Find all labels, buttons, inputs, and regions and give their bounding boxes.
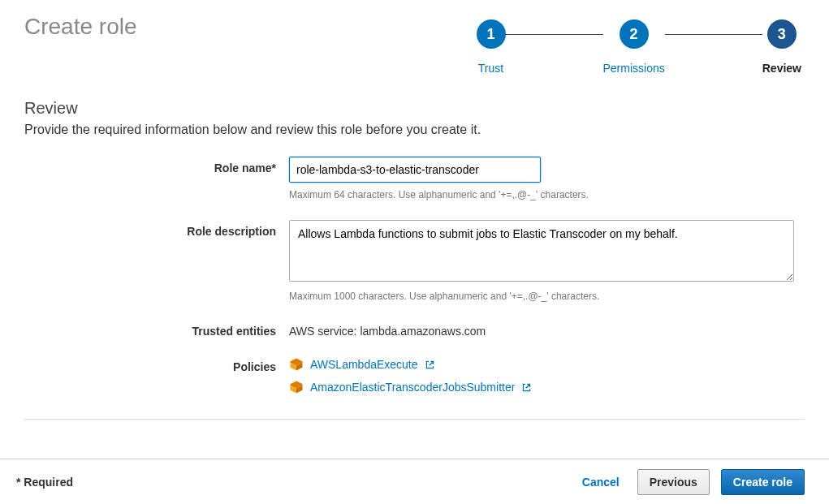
policy-link[interactable]: AmazonElasticTranscoderJobsSubmitter bbox=[310, 381, 515, 394]
section-heading: Review bbox=[24, 99, 805, 118]
role-description-hint: Maximum 1000 characters. Use alphanumeri… bbox=[289, 291, 805, 302]
step-2-label: Permissions bbox=[603, 62, 665, 75]
divider bbox=[24, 419, 805, 420]
role-description-textarea[interactable] bbox=[289, 220, 794, 282]
footer-bar: * Required Cancel Previous Create role bbox=[0, 459, 829, 504]
page-title: Create role bbox=[24, 15, 137, 40]
step-3-circle: 3 bbox=[767, 19, 797, 49]
wizard-stepper: 1 Trust 2 Permissions 3 Review bbox=[477, 19, 805, 75]
required-note: * Required bbox=[16, 476, 73, 489]
trusted-entities-value: AWS service: lambda.amazonaws.com bbox=[289, 321, 805, 338]
policy-box-icon bbox=[289, 357, 304, 372]
step-connector bbox=[506, 34, 603, 35]
step-3-label: Review bbox=[762, 62, 801, 75]
policy-row: AWSLambdaExecute bbox=[289, 357, 805, 372]
external-link-icon bbox=[425, 360, 435, 370]
policy-row: AmazonElasticTranscoderJobsSubmitter bbox=[289, 380, 805, 394]
role-name-input[interactable] bbox=[289, 157, 541, 183]
role-description-label: Role description bbox=[24, 220, 276, 238]
external-link-icon bbox=[521, 382, 532, 393]
previous-button[interactable]: Previous bbox=[637, 469, 710, 495]
role-name-hint: Maximum 64 characters. Use alphanumeric … bbox=[289, 189, 805, 200]
step-connector bbox=[665, 34, 762, 35]
policies-label: Policies bbox=[24, 357, 276, 373]
step-1-circle: 1 bbox=[477, 19, 506, 49]
policy-link[interactable]: AWSLambdaExecute bbox=[310, 358, 418, 371]
step-trust[interactable]: 1 Trust bbox=[477, 19, 506, 75]
section-description: Provide the required information below a… bbox=[24, 123, 805, 137]
cancel-button[interactable]: Cancel bbox=[576, 471, 626, 493]
policy-box-icon bbox=[289, 380, 304, 394]
step-1-label: Trust bbox=[478, 62, 503, 75]
step-2-circle: 2 bbox=[620, 19, 649, 49]
role-name-label: Role name* bbox=[24, 157, 276, 174]
step-review[interactable]: 3 Review bbox=[762, 19, 801, 75]
create-role-button[interactable]: Create role bbox=[721, 469, 805, 495]
step-permissions[interactable]: 2 Permissions bbox=[603, 19, 665, 75]
trusted-entities-label: Trusted entities bbox=[24, 321, 276, 338]
